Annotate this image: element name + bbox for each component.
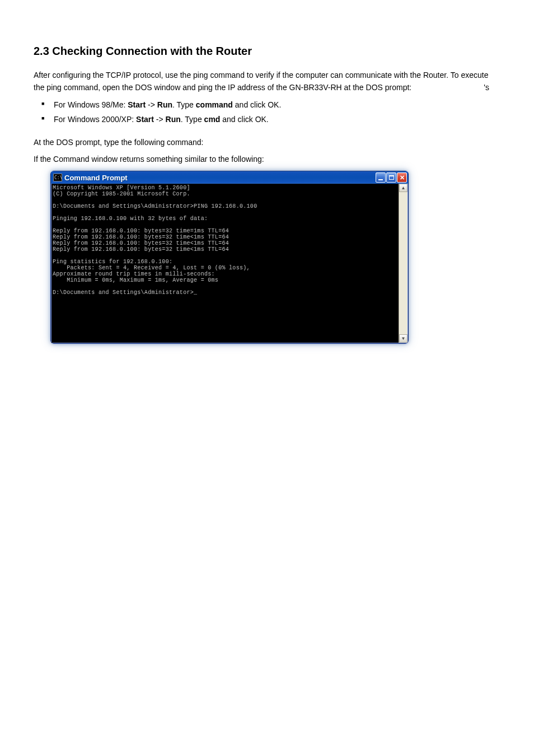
paragraph-prompt: At the DOS prompt, type the following co… [34, 136, 500, 148]
bullet-item-winxp: For Windows 2000/XP: Start -> Run. Type … [41, 113, 500, 125]
bullet-strong: cmd [204, 115, 221, 124]
paragraph-result: If the Command window returns something … [34, 153, 500, 165]
minimize-button[interactable] [376, 172, 386, 183]
window-title: Command Prompt [64, 174, 376, 182]
scrollbar[interactable]: ▲ ▼ [399, 184, 407, 343]
bullet-strong: Start [128, 100, 146, 109]
scroll-track[interactable] [399, 192, 407, 334]
window-controls: ✕ [376, 172, 407, 183]
bullet-item-win98: For Windows 98/Me: Start -> Run. Type co… [41, 99, 500, 111]
bullet-strong: Run [157, 100, 172, 109]
document-body: 2.3 Checking Connection with the Router … [34, 45, 500, 344]
close-icon: ✕ [400, 174, 405, 181]
bullet-strong: command [196, 100, 233, 109]
stray-apostrophe-s: 's [484, 81, 489, 94]
bullet-list: For Windows 98/Me: Start -> Run. Type co… [34, 99, 500, 126]
bullet-prefix: For Windows 2000/XP: [54, 115, 136, 124]
terminal-output[interactable]: Microsoft Windows XP [Version 5.1.2600] … [51, 184, 399, 343]
minimize-icon [378, 179, 383, 180]
command-prompt-window: C:\ Command Prompt ✕ Microsoft Windows X… [50, 171, 409, 344]
maximize-button[interactable] [386, 172, 396, 183]
scroll-down-button[interactable]: ▼ [399, 334, 407, 343]
bullet-strong: Run [166, 115, 181, 124]
titlebar[interactable]: C:\ Command Prompt ✕ [51, 171, 408, 184]
scroll-up-button[interactable]: ▲ [399, 184, 407, 192]
para-text: After configuring the TCP/IP protocol, u… [34, 71, 488, 92]
cmd-client-area: Microsoft Windows XP [Version 5.1.2600] … [51, 184, 408, 343]
cmd-icon: C:\ [53, 174, 62, 181]
paragraph-intro: After configuring the TCP/IP protocol, u… [34, 69, 500, 94]
bullet-prefix: For Windows 98/Me: [54, 100, 128, 109]
bullet-strong: Start [136, 115, 154, 124]
section-heading: 2.3 Checking Connection with the Router [34, 45, 500, 58]
close-button[interactable]: ✕ [397, 172, 407, 183]
maximize-icon [389, 175, 394, 180]
